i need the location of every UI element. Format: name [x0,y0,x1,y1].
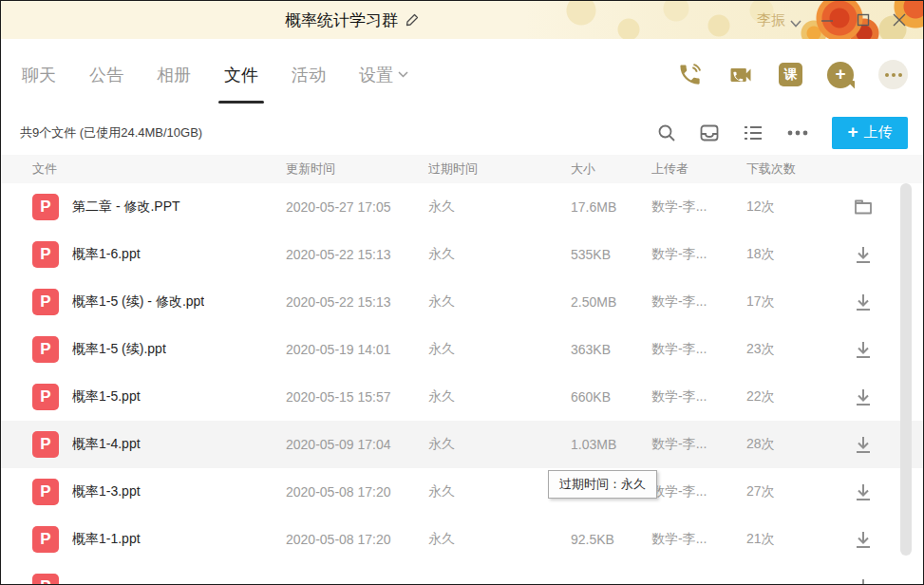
uploader: 数学-李... [651,293,746,311]
maximize-button[interactable] [845,1,881,39]
table-row[interactable]: P 概率1-3.ppt 2020-05-08 17:20 永久 847KB 数学… [1,468,923,516]
download-count: 21次 [746,531,841,548]
file-name: 概率1-5.ppt [72,388,141,406]
download-count: 12次 [746,198,841,216]
file-size: 660KB [571,389,651,405]
stats-bar: 共9个文件 (已使用24.4MB/10GB) + 上传 [1,110,923,155]
download-icon[interactable] [853,339,874,360]
qq-group-window: 李振 概率统计学习群 聊天公告相册文件活动设置 [0,0,924,585]
file-size: 2.50MB [571,294,651,310]
uploader: 数学-李... [651,341,746,358]
table-row[interactable]: P 概率1-5.ppt 2020-05-15 15:57 永久 660KB 数学… [1,373,923,421]
file-name: 概率1-3.ppt [72,483,141,500]
table-row[interactable]: P 概率1-6.ppt 2020-05-22 15:13 永久 535KB 数学… [1,231,923,278]
download-icon[interactable] [853,481,874,502]
table-row[interactable]: P 概率1-5 (续).ppt 2020-05-19 14:01 永久 363K… [1,326,923,373]
ppt-file-icon: P [32,289,59,315]
download-count: 17次 [746,293,841,311]
updated-time: 2020-05-22 15:13 [286,247,428,262]
file-name: 概率1-6.ppt [72,246,141,263]
ppt-file-icon: P [32,194,59,220]
table-row[interactable]: P 概率1-5 (续) - 修改.ppt 2020-05-22 15:13 永久… [1,278,923,326]
minimize-button[interactable] [809,1,845,39]
course-icon[interactable]: 课 [779,63,802,86]
file-count-summary: 共9个文件 (已使用24.4MB/10GB) [20,124,202,142]
download-icon[interactable] [853,292,874,312]
col-size: 大小 [571,160,651,178]
updated-time: 2020-05-19 14:01 [286,342,428,357]
expire-time: 永久 [428,341,571,358]
group-actions: 课 + [677,39,908,110]
file-name: 概率1-5 (续) - 修改.ppt [72,293,204,311]
uploader: 数学-李... [651,483,746,500]
inbox-icon[interactable] [699,123,720,143]
upload-button[interactable]: + 上传 [832,117,908,149]
file-size: 535KB [571,247,651,262]
file-table: 文件 更新时间 过期时间 大小 上传者 下载次数 P 第二章 - 修改.PPT … [1,155,923,584]
file-name: 概率1-5 (续).ppt [72,341,166,358]
tab-0[interactable]: 聊天 [22,60,56,90]
download-icon[interactable] [853,387,874,407]
expire-time: 永久 [428,246,571,263]
col-updated: 更新时间 [286,160,428,178]
uploader: 数学-李... [651,246,746,263]
edit-title-icon[interactable] [405,12,420,28]
table-row[interactable]: P 概率1-1.ppt 2020-05-08 17:20 永久 92.5KB 数… [1,516,923,563]
invite-member-icon[interactable]: + [827,62,854,88]
ppt-file-icon: P [32,574,59,585]
download-count: 28次 [746,436,841,453]
file-size: 1.03MB [571,437,651,452]
tab-1[interactable]: 公告 [89,60,123,90]
tab-files[interactable]: 文件 [224,60,258,90]
owner-name-text: 李振 [757,11,785,29]
ppt-file-icon: P [32,241,59,268]
tab-4[interactable]: 活动 [292,60,326,90]
scrollbar-thumb[interactable] [900,183,912,556]
tab-label: 聊天 [22,64,56,86]
tab-label: 设置 [359,64,393,86]
more-tools-icon[interactable] [786,129,809,137]
col-expire: 过期时间 [428,160,571,178]
file-size: 92.5KB [571,532,651,547]
col-downloads: 下载次数 [746,160,841,178]
download-count: 23次 [746,341,841,358]
updated-time: 2020-05-08 17:20 [286,532,428,547]
download-count: 27次 [746,483,841,500]
folder-icon[interactable] [853,197,874,217]
titlebar: 李振 概率统计学习群 [1,1,923,39]
tab-5[interactable]: 设置 [359,60,408,90]
tab-bar: 聊天公告相册文件活动设置 课 + [1,39,923,110]
close-button[interactable] [881,1,917,39]
updated-time: 2020-05-08 17:20 [286,484,428,500]
table-row[interactable]: P [1,563,923,585]
updated-time: 2020-05-27 17:05 [286,199,428,215]
download-icon[interactable] [853,434,874,455]
file-size: 363KB [571,342,651,357]
tab-label: 相册 [157,64,191,86]
download-count: 18次 [746,246,841,263]
file-name: 概率1-4.ppt [72,436,141,453]
chevron-down-icon[interactable] [790,14,801,31]
window-title: 概率统计学习群 [285,9,398,31]
download-icon[interactable] [853,244,874,265]
list-view-icon[interactable] [743,123,764,143]
video-call-icon[interactable] [727,62,754,88]
table-row[interactable]: P 第二章 - 修改.PPT 2020-05-27 17:05 永久 17.6M… [1,183,923,231]
more-actions-button[interactable] [878,60,908,89]
expire-time: 永久 [428,388,571,406]
plus-icon: + [847,123,858,141]
voice-call-icon[interactable] [677,62,703,87]
tab-2[interactable]: 相册 [157,60,191,90]
file-name: 概率1-1.ppt [72,531,141,548]
col-file: 文件 [32,160,286,178]
ppt-file-icon: P [32,384,59,410]
expire-time: 永久 [428,198,571,216]
table-row[interactable]: P 概率1-4.ppt 2020-05-09 17:04 永久 1.03MB 数… [1,421,923,468]
updated-time: 2020-05-22 15:13 [286,294,428,310]
download-icon[interactable] [853,576,874,585]
updated-time: 2020-05-09 17:04 [286,437,428,452]
search-icon[interactable] [657,123,676,142]
download-icon[interactable] [853,529,874,550]
file-size: 17.6MB [571,199,651,215]
table-header: 文件 更新时间 过期时间 大小 上传者 下载次数 [1,155,923,183]
